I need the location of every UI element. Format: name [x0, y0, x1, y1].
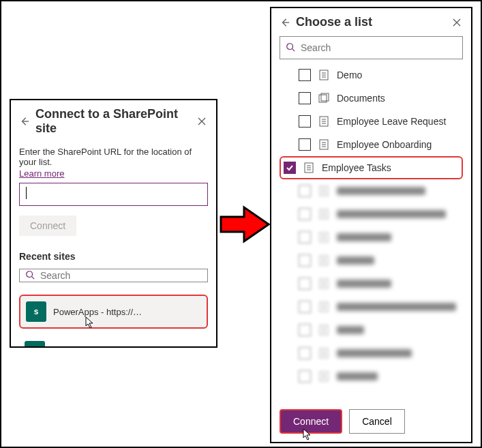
list-item[interactable] [280, 226, 463, 249]
list-checkbox[interactable] [299, 278, 311, 290]
list-label-blurred [337, 256, 374, 265]
list-icon [318, 185, 330, 197]
list-label-blurred [337, 187, 425, 195]
list-item[interactable] [280, 295, 463, 318]
list-label-blurred [337, 372, 378, 380]
text-caret-icon [26, 187, 27, 199]
list-label: Employee Leave Request [337, 116, 446, 127]
list-icon [303, 162, 315, 174]
learn-more-link[interactable]: Learn more [19, 168, 208, 179]
library-icon [318, 92, 330, 104]
close-icon [453, 18, 461, 27]
back-arrow-icon [20, 117, 29, 126]
cancel-button[interactable]: Cancel [349, 409, 405, 434]
list-search[interactable] [280, 36, 463, 59]
list-item[interactable] [280, 272, 463, 295]
recent-site-search[interactable] [19, 269, 208, 282]
sharepoint-site-icon: s [25, 341, 45, 346]
panel-title: Connect to a SharePoint site [35, 107, 190, 136]
red-arrow-icon [220, 205, 270, 244]
site-label: PowerApps - https:// ... [53, 307, 201, 317]
list-checkbox[interactable] [299, 324, 311, 336]
list-item[interactable] [280, 249, 463, 272]
list-checkbox[interactable] [299, 254, 311, 267]
list-item[interactable] [280, 318, 463, 342]
list-checkbox[interactable] [299, 370, 311, 383]
list-label-blurred [337, 303, 456, 311]
search-icon [286, 42, 295, 54]
list-label: Demo [337, 70, 362, 80]
list-icon [318, 254, 330, 267]
close-button[interactable] [451, 16, 463, 29]
close-icon [198, 117, 206, 125]
instruction-text: Enter the SharePoint URL for the locatio… [19, 147, 208, 167]
list-item[interactable] [280, 342, 463, 365]
recent-site-item[interactable]: sPowerApps - https:// ... [19, 295, 208, 329]
list-icon [318, 231, 330, 243]
list-icon [318, 115, 330, 128]
close-button[interactable] [196, 115, 208, 128]
list-icon [318, 347, 330, 359]
list-item[interactable]: Employee Onboarding [280, 133, 463, 156]
recent-sites-label: Recent sites [19, 251, 208, 262]
list-icon [318, 370, 330, 383]
list-checkbox[interactable] [299, 115, 311, 128]
search-input[interactable] [299, 42, 457, 54]
search-input[interactable] [39, 269, 202, 282]
list-checkbox[interactable] [299, 347, 311, 359]
list-checkbox[interactable] [299, 185, 311, 197]
list-label: Employee Tasks [322, 162, 391, 173]
list-icon [318, 301, 330, 313]
list-checkbox[interactable] [284, 162, 296, 174]
list-label-blurred [337, 233, 391, 241]
svg-point-1 [287, 43, 293, 49]
list-item[interactable] [280, 203, 463, 226]
recent-site-item[interactable]: sInternal - https:// ... [19, 335, 208, 346]
list-item[interactable] [280, 179, 463, 203]
back-button[interactable] [280, 17, 290, 28]
list-label-blurred [337, 280, 391, 288]
list-label: Employee Onboarding [337, 139, 432, 150]
list-item[interactable]: Employee Leave Request [280, 110, 463, 133]
list-item[interactable]: Documents [280, 87, 463, 110]
list-item[interactable] [280, 365, 463, 388]
connect-sharepoint-panel: Connect to a SharePoint site Enter the S… [10, 99, 217, 348]
list-icon [318, 208, 330, 220]
list-label-blurred [337, 326, 364, 334]
search-icon [25, 270, 35, 282]
list-icon [318, 69, 330, 81]
site-label: Internal - https:// ... [52, 346, 202, 347]
list-checkbox[interactable] [299, 208, 311, 220]
list-checkbox[interactable] [299, 301, 311, 313]
sharepoint-url-input[interactable] [19, 183, 208, 206]
connect-button-disabled: Connect [19, 215, 76, 236]
list-label-blurred [337, 210, 446, 218]
connect-button[interactable]: Connect [280, 409, 342, 434]
back-button[interactable] [19, 116, 30, 127]
list-checkbox[interactable] [299, 92, 311, 104]
list-icon [318, 324, 330, 336]
list-icon [318, 278, 330, 290]
list-icon [318, 138, 330, 151]
list-checkbox[interactable] [299, 138, 311, 151]
panel-title: Choose a list [296, 15, 445, 29]
sharepoint-site-icon: s [26, 301, 46, 322]
list-checkbox[interactable] [299, 69, 311, 81]
mouse-cursor-icon [85, 316, 95, 329]
list-item[interactable]: Demo [280, 63, 463, 87]
list-item[interactable]: Employee Tasks [280, 156, 463, 179]
choose-list-panel: Choose a list DemoDocumentsEmployee Leav… [270, 7, 472, 443]
list-checkbox[interactable] [299, 231, 311, 243]
list-label-blurred [337, 349, 412, 357]
list-label: Documents [337, 93, 385, 104]
svg-point-0 [27, 271, 33, 277]
back-arrow-icon [280, 18, 290, 27]
